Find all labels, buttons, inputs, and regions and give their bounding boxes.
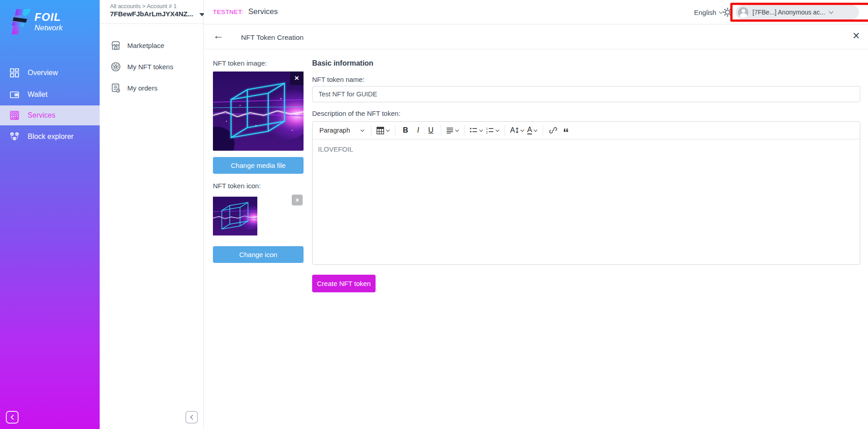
close-button[interactable]: ×	[853, 30, 860, 42]
account-panel: All accounts > Account # 1 7FBewFJbArLmJ…	[100, 0, 204, 429]
primary-sidebar: FOIL Network Overview Wallet	[0, 0, 100, 429]
insert-table-button[interactable]	[375, 124, 391, 137]
chevron-left-icon	[190, 415, 195, 419]
block-quote-button[interactable]: “	[559, 124, 572, 137]
chevron-down-icon	[534, 128, 537, 131]
alignment-button[interactable]	[445, 124, 461, 137]
quote-icon: “	[563, 130, 569, 135]
language-label: English	[694, 9, 716, 16]
foil-logo-icon	[7, 6, 32, 34]
page-title: NFT Token Creation	[241, 33, 304, 42]
underline-button[interactable]: U	[424, 124, 437, 137]
nft-icon-preview	[213, 194, 257, 238]
editor-toolbar: Paragraph B I U	[313, 122, 860, 139]
brand-subname: Network	[34, 24, 63, 32]
font-size-button[interactable]: A	[509, 124, 526, 137]
panel-item-label: My NFT tokens	[127, 63, 173, 71]
chevron-down-icon	[386, 128, 390, 131]
language-selector[interactable]: English	[694, 9, 723, 16]
remove-icon-button[interactable]: ×	[292, 195, 303, 205]
bulleted-list-icon	[470, 127, 477, 133]
foil-logo: FOIL Network	[7, 6, 63, 34]
nft-icon-label: NFT token icon:	[213, 182, 261, 190]
toolbar-separator	[543, 125, 543, 136]
panel-item-label: Marketplace	[127, 42, 164, 49]
panel-collapse-button[interactable]	[185, 411, 198, 424]
resize-arrows-icon	[516, 127, 519, 133]
wallet-icon	[9, 89, 20, 100]
table-icon	[376, 127, 384, 134]
toolbar-separator	[395, 125, 395, 136]
toolbar-separator	[441, 125, 441, 136]
panel-item-my-nft-tokens[interactable]: My NFT tokens	[100, 57, 204, 76]
bulleted-list-button[interactable]	[468, 124, 485, 137]
sidebar-item-services[interactable]: Services	[0, 105, 100, 125]
token-medal-icon	[110, 61, 121, 72]
gear-icon[interactable]	[722, 7, 733, 18]
description-editor-area[interactable]: ILOVEFOIL	[313, 139, 860, 159]
storefront-icon	[110, 40, 121, 51]
topbar-page-title: Services	[248, 7, 278, 16]
cubes-icon	[9, 131, 20, 142]
create-nft-token-button[interactable]: Create NFT token	[312, 275, 376, 292]
panel-item-marketplace[interactable]: Marketplace	[100, 36, 204, 54]
align-icon	[446, 127, 453, 133]
chevron-down-icon	[520, 128, 524, 131]
link-button[interactable]	[547, 124, 559, 137]
chevron-left-icon	[10, 415, 15, 419]
panel-divider	[100, 24, 204, 24]
description-text: ILOVEFOIL	[318, 145, 353, 153]
svg-text:1: 1	[486, 127, 488, 130]
numbered-list-button[interactable]: 1 2	[485, 124, 501, 137]
sidebar-collapse-button[interactable]	[6, 411, 19, 424]
bold-button[interactable]: B	[399, 124, 412, 137]
sidebar-item-wallet[interactable]: Wallet	[0, 85, 100, 104]
chevron-down-icon	[829, 9, 834, 14]
sidebar-item-block-explorer[interactable]: Block explorer	[0, 127, 100, 146]
sidebar-item-label: Services	[28, 111, 55, 119]
sidebar-item-label: Block explorer	[28, 133, 73, 141]
panel-item-label: My orders	[127, 84, 158, 92]
account-chip-label: [7FBe...] Anonymous ac...	[752, 9, 825, 16]
grid-icon	[9, 67, 20, 78]
network-badge: TESTNET:	[213, 9, 243, 15]
svg-text:2: 2	[486, 131, 488, 134]
nft-name-label: NFT token name:	[312, 76, 365, 83]
italic-button[interactable]: I	[412, 124, 424, 137]
toolbar-separator	[505, 125, 505, 136]
chevron-down-icon	[455, 128, 459, 131]
paragraph-style-dropdown[interactable]: Paragraph	[317, 124, 367, 137]
rich-text-editor: Paragraph B I U	[312, 121, 860, 265]
description-label: Description of the NFT token:	[312, 110, 400, 117]
account-selector[interactable]: 7FBewFJbArLmJYX4NZ...	[110, 10, 205, 18]
numbered-list-icon: 1 2	[486, 127, 494, 133]
back-button[interactable]: ←	[213, 30, 224, 41]
toolbar-separator	[464, 125, 465, 136]
account-id-text: 7FBewFJbArLmJYX4NZ...	[110, 10, 193, 18]
change-media-button[interactable]: Change media file	[213, 157, 304, 174]
account-chip[interactable]: [7FBe...] Anonymous ac...	[736, 5, 859, 19]
avatar	[738, 7, 748, 18]
font-color-button[interactable]: A	[526, 124, 540, 137]
chevron-down-icon	[361, 128, 364, 131]
change-icon-button[interactable]: Change icon	[213, 246, 304, 263]
section-title: Basic information	[312, 59, 373, 67]
chevron-down-icon	[496, 128, 499, 131]
nft-icon-artwork	[213, 194, 257, 238]
chevron-down-icon	[479, 128, 483, 131]
nft-image-label: NFT token image:	[213, 59, 267, 67]
shapes-grid-icon	[9, 110, 20, 121]
toolbar-separator	[371, 125, 371, 136]
order-list-icon	[110, 82, 121, 94]
brand-name: FOIL	[34, 12, 63, 23]
sidebar-item-label: Overview	[28, 69, 58, 77]
remove-image-button[interactable]: ×	[290, 72, 304, 85]
sidebar-item-overview[interactable]: Overview	[0, 63, 100, 82]
link-icon	[549, 126, 557, 134]
breadcrumb: All accounts > Account # 1	[110, 3, 177, 10]
panel-item-my-orders[interactable]: My orders	[100, 79, 204, 97]
nft-name-input[interactable]	[312, 86, 860, 102]
sidebar-item-label: Wallet	[28, 91, 48, 99]
